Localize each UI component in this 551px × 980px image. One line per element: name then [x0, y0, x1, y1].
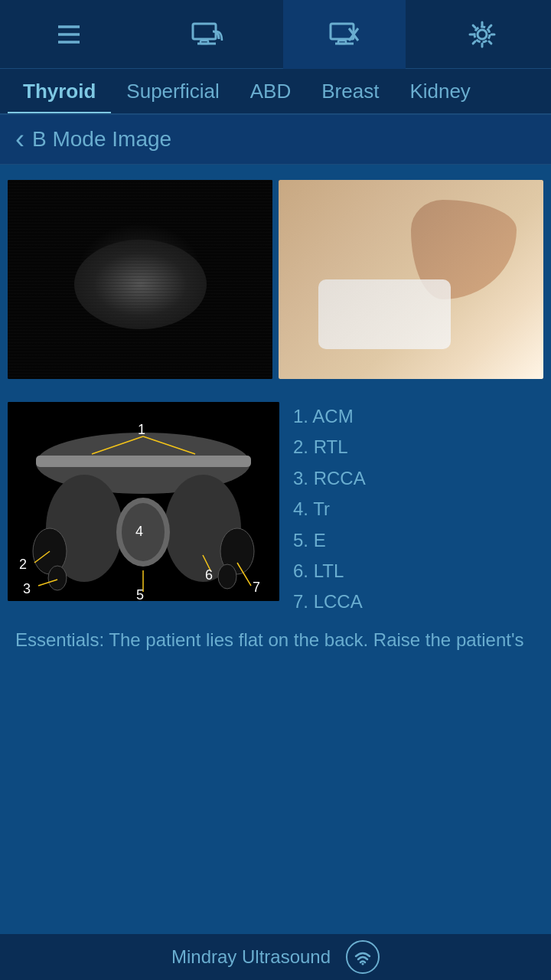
list-item-2: 2. RTL: [293, 433, 536, 462]
content-area: 1 2 3 4 5 6 7 1. A: [0, 165, 551, 934]
ultrasound-image-display: [8, 180, 272, 379]
numbered-list: 1. ACM 2. RTL 3. RCCA 4. Tr 5. E 6. LTL …: [285, 402, 543, 619]
essentials-text: Essentials: The patient lies flat on the…: [8, 626, 543, 654]
svg-point-22: [218, 564, 236, 589]
svg-rect-3: [193, 24, 216, 39]
bottom-bar: Mindray Ultrasound: [0, 934, 551, 980]
svg-text:2: 2: [19, 557, 27, 572]
svg-text:1: 1: [138, 422, 145, 437]
cast-stop-button[interactable]: [283, 0, 406, 69]
svg-point-37: [362, 963, 364, 965]
anatomy-diagram-svg: 1 2 3 4 5 6 7: [8, 402, 279, 601]
list-item-3: 3. RCCA: [293, 464, 536, 493]
svg-text:6: 6: [205, 567, 213, 583]
tab-breast[interactable]: Breast: [306, 69, 394, 114]
svg-point-21: [48, 566, 67, 590]
list-button[interactable]: [8, 0, 130, 69]
back-chevron-icon: ‹: [15, 126, 24, 153]
ultrasound-image[interactable]: [8, 180, 272, 379]
svg-text:7: 7: [253, 580, 260, 595]
list-item-6: 6. LTL: [293, 557, 536, 586]
svg-rect-14: [36, 456, 251, 467]
toolbar: [0, 0, 551, 69]
settings-icon: [465, 18, 499, 51]
tab-superficial[interactable]: Superficial: [111, 69, 234, 114]
list-item-7: 7. LCCA: [293, 587, 536, 616]
brand-label: Mindray Ultrasound: [171, 946, 331, 968]
image-grid: [8, 180, 543, 379]
cast-icon: [190, 18, 223, 51]
photo-image-display: [279, 180, 543, 379]
tab-kidney[interactable]: Kidney: [394, 69, 486, 114]
list-item-4: 4. Tr: [293, 495, 536, 524]
cast-button[interactable]: [145, 0, 268, 69]
second-row: 1 2 3 4 5 6 7 1. A: [8, 402, 543, 619]
photo-image[interactable]: [279, 180, 543, 379]
svg-point-11: [478, 30, 487, 39]
wifi-icon[interactable]: [346, 940, 380, 974]
settings-button[interactable]: [421, 0, 543, 69]
cast-stop-icon: [328, 18, 361, 51]
svg-text:5: 5: [136, 587, 144, 601]
list-icon: [52, 18, 86, 51]
tab-bar: Thyroid Superficial ABD Breast Kidney: [0, 69, 551, 115]
svg-text:4: 4: [135, 524, 143, 539]
list-item-1: 1. ACM: [293, 402, 536, 431]
tab-abd[interactable]: ABD: [235, 69, 306, 114]
tab-thyroid[interactable]: Thyroid: [8, 69, 111, 114]
list-item-5: 5. E: [293, 526, 536, 555]
anatomy-diagram[interactable]: 1 2 3 4 5 6 7: [8, 402, 279, 601]
wifi-symbol: [353, 947, 373, 967]
back-button[interactable]: ‹ B Mode Image: [15, 126, 171, 153]
back-title-label: B Mode Image: [32, 127, 171, 152]
back-header: ‹ B Mode Image: [0, 115, 551, 165]
svg-text:3: 3: [23, 581, 31, 596]
